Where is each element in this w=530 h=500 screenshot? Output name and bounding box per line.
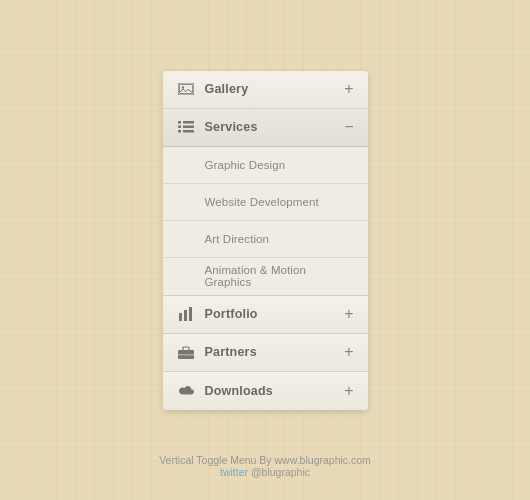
svg-rect-15 [185, 353, 187, 356]
briefcase-icon [177, 345, 195, 359]
graphic-design-label: Graphic Design [205, 159, 286, 171]
menu-item-services[interactable]: Services − [163, 109, 368, 147]
menu-item-downloads[interactable]: Downloads + [163, 372, 368, 410]
cloud-icon [177, 384, 195, 398]
twitter-link[interactable]: twitter [220, 466, 248, 478]
menu-item-gallery[interactable]: Gallery + [163, 71, 368, 109]
submenu-item-animation[interactable]: Animation & Motion Graphics [163, 258, 368, 295]
list-icon [177, 120, 195, 134]
svg-rect-1 [179, 85, 192, 94]
submenu-item-art-direction[interactable]: Art Direction [163, 221, 368, 258]
partners-label: Partners [205, 345, 345, 359]
menu-item-portfolio[interactable]: Portfolio + [163, 296, 368, 334]
footer: Vertical Toggle Menu By www.blugraphic.c… [159, 454, 371, 478]
art-direction-label: Art Direction [205, 233, 270, 245]
partners-toggle: + [344, 344, 353, 360]
services-label: Services [205, 120, 345, 134]
svg-rect-3 [178, 121, 181, 124]
services-submenu: Graphic Design Website Development Art D… [163, 147, 368, 296]
website-development-label: Website Development [205, 196, 319, 208]
vertical-menu: Gallery + Services − Graphic Design Webs… [163, 71, 368, 410]
svg-rect-7 [178, 130, 181, 133]
services-toggle: − [344, 119, 353, 135]
credit-text: Vertical Toggle Menu By www.blugraphic.c… [159, 454, 371, 466]
chart-icon [177, 307, 195, 321]
downloads-toggle: + [344, 383, 353, 399]
menu-item-partners[interactable]: Partners + [163, 334, 368, 372]
twitter-line: twitter @blugraphic [159, 466, 371, 478]
gallery-toggle: + [344, 81, 353, 97]
portfolio-label: Portfolio [205, 307, 345, 321]
portfolio-toggle: + [344, 306, 353, 322]
submenu-item-website-development[interactable]: Website Development [163, 184, 368, 221]
svg-rect-4 [183, 121, 194, 124]
animation-label: Animation & Motion Graphics [205, 264, 354, 288]
svg-rect-6 [183, 126, 194, 129]
svg-rect-10 [184, 310, 187, 321]
downloads-label: Downloads [205, 384, 345, 398]
svg-rect-8 [183, 130, 194, 133]
svg-rect-9 [179, 313, 182, 321]
submenu-item-graphic-design[interactable]: Graphic Design [163, 147, 368, 184]
image-icon [177, 82, 195, 96]
svg-rect-11 [189, 307, 192, 321]
gallery-label: Gallery [205, 82, 345, 96]
svg-rect-5 [178, 126, 181, 129]
twitter-handle: @blugraphic [251, 466, 310, 478]
